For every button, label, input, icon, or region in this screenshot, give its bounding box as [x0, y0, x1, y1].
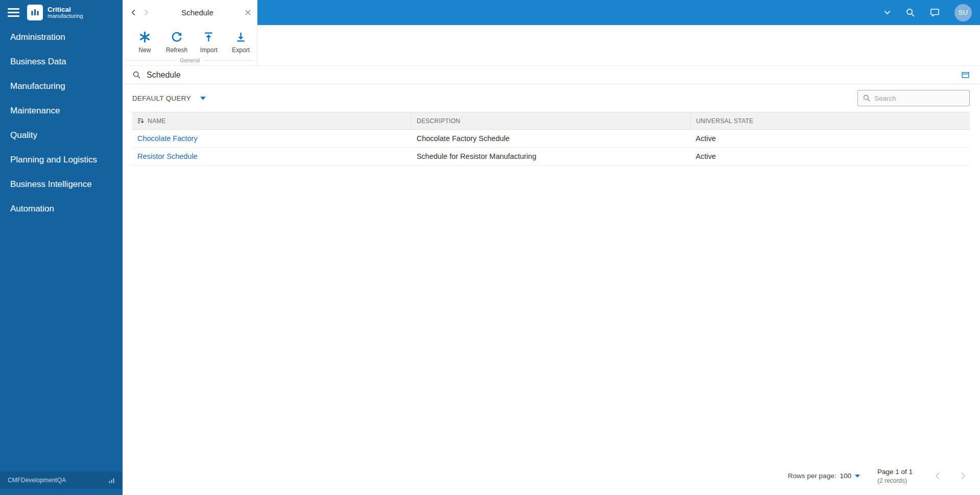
- ribbon-button-label: Export: [232, 46, 250, 54]
- chevron-down-icon: [855, 475, 860, 478]
- column-header-universal-state[interactable]: UNIVERSAL STATE: [690, 112, 970, 129]
- sidebar-item-planning-and-logistics[interactable]: Planning and Logistics: [0, 148, 123, 172]
- chevron-down-icon: [200, 97, 206, 100]
- search-input[interactable]: [874, 95, 965, 102]
- connection-status-icon[interactable]: [108, 477, 115, 484]
- sidebar-item-label: Manufacturing: [10, 81, 65, 91]
- cell-name-link[interactable]: Resistor Schedule: [132, 152, 412, 160]
- logo-text: Critical manufacturing: [47, 6, 83, 19]
- sidebar-header: Critical manufacturing: [0, 0, 123, 25]
- chevron-down-icon[interactable]: [883, 9, 891, 16]
- close-tab-icon[interactable]: [245, 9, 251, 16]
- app-root: Critical manufacturing Administration Bu…: [0, 0, 980, 495]
- environment-bar: CMFDevelopmentQA: [0, 472, 123, 489]
- topbar-actions: SU: [883, 0, 980, 25]
- schedule-table: NAME DESCRIPTION UNIVERSAL STATE Chocola…: [132, 112, 970, 166]
- sidebar-item-label: Business Intelligence: [10, 179, 92, 190]
- forward-button[interactable]: [142, 9, 150, 16]
- sidebar-item-label: Planning and Logistics: [10, 155, 97, 165]
- column-header-label: UNIVERSAL STATE: [696, 117, 753, 125]
- hamburger-menu-icon[interactable]: [8, 8, 19, 17]
- sidebar-nav: Administration Business Data Manufacturi…: [0, 25, 123, 221]
- messages-icon[interactable]: [929, 7, 940, 18]
- popup-window-icon[interactable]: [961, 70, 970, 79]
- cell-universal-state: Active: [690, 134, 970, 143]
- import-up-icon: [203, 30, 214, 44]
- table-header-row: NAME DESCRIPTION UNIVERSAL STATE: [132, 112, 970, 130]
- sidebar-item-maintenance[interactable]: Maintenance: [0, 99, 123, 123]
- sidebar-item-administration[interactable]: Administration: [0, 25, 123, 50]
- query-row: DEFAULT QUERY: [123, 84, 980, 112]
- refresh-button[interactable]: Refresh: [161, 28, 193, 57]
- back-button[interactable]: [130, 9, 137, 16]
- new-button[interactable]: New: [129, 28, 161, 57]
- query-selector[interactable]: DEFAULT QUERY: [132, 95, 206, 102]
- avatar[interactable]: SU: [954, 4, 972, 21]
- ribbon-group-general: New Refresh Import: [123, 25, 257, 65]
- cell-description: Schedule for Resistor Manufacturing: [412, 152, 691, 160]
- rows-per-page-value: 100: [840, 472, 851, 480]
- table-search-box: [857, 90, 970, 106]
- sidebar-item-business-intelligence[interactable]: Business Intelligence: [0, 172, 123, 197]
- ribbon-toolbar: New Refresh Import: [123, 25, 980, 66]
- search-icon: [863, 94, 871, 102]
- refresh-icon: [171, 30, 183, 44]
- column-header-description[interactable]: DESCRIPTION: [411, 112, 690, 129]
- sort-icon: [137, 117, 144, 124]
- page-title-row: Schedule: [123, 66, 980, 84]
- logo-title: Critical: [47, 6, 83, 13]
- pager: [930, 471, 968, 481]
- ribbon-button-label: Refresh: [166, 46, 187, 54]
- cell-name-link[interactable]: Chocolate Factory: [132, 134, 412, 143]
- rows-per-page-label: Rows per page:: [788, 472, 836, 480]
- cell-universal-state: Active: [690, 152, 970, 160]
- column-header-name[interactable]: NAME: [132, 112, 411, 129]
- page-info: Page 1 of 1 (2 records): [877, 467, 913, 485]
- rows-per-page-selector[interactable]: Rows per page: 100: [788, 472, 860, 480]
- sidebar-item-automation[interactable]: Automation: [0, 197, 123, 221]
- sidebar-item-manufacturing[interactable]: Manufacturing: [0, 74, 123, 99]
- ribbon-button-label: New: [138, 46, 151, 54]
- asterisk-icon: [138, 30, 151, 44]
- ribbon-group-label: General: [123, 57, 257, 65]
- tab-title: Schedule: [155, 8, 240, 17]
- critical-manufacturing-logo-icon: [27, 5, 43, 20]
- page-title: Schedule: [147, 70, 181, 80]
- sidebar-item-business-data[interactable]: Business Data: [0, 50, 123, 74]
- environment-name: CMFDevelopmentQA: [8, 477, 66, 484]
- ribbon-buttons: New Refresh Import: [123, 25, 257, 57]
- export-down-icon: [235, 30, 247, 44]
- app-logo[interactable]: Critical manufacturing: [27, 5, 83, 20]
- next-page-button[interactable]: [958, 471, 968, 481]
- table-row[interactable]: Resistor Schedule Schedule for Resistor …: [132, 148, 970, 166]
- sidebar-item-label: Administration: [10, 32, 65, 42]
- export-button[interactable]: Export: [225, 28, 257, 57]
- table-row[interactable]: Chocolate Factory Chocolate Factory Sche…: [132, 130, 970, 148]
- previous-page-button[interactable]: [933, 471, 943, 481]
- entity-search-icon: [132, 70, 141, 79]
- sidebar-item-label: Maintenance: [10, 106, 60, 116]
- import-button[interactable]: Import: [193, 28, 225, 57]
- records-count: (2 records): [877, 477, 913, 485]
- page-info-label: Page 1 of 1: [877, 467, 913, 477]
- ribbon-button-label: Import: [200, 46, 218, 54]
- column-header-label: NAME: [148, 117, 166, 125]
- column-header-label: DESCRIPTION: [417, 117, 460, 125]
- search-icon[interactable]: [905, 8, 915, 17]
- sidebar-item-label: Automation: [10, 204, 54, 214]
- pagination-footer: Rows per page: 100 Page 1 of 1 (2 record…: [123, 467, 980, 495]
- tab-strip: Schedule: [123, 0, 257, 25]
- ribbon-group-label-text: General: [180, 57, 200, 63]
- main-area: Schedule SU: [123, 0, 980, 495]
- sidebar-item-label: Quality: [10, 130, 37, 140]
- cell-description: Chocolate Factory Schedule: [412, 134, 691, 143]
- sidebar-item-label: Business Data: [10, 57, 66, 67]
- topbar: Schedule SU: [123, 0, 980, 25]
- logo-subtitle: manufacturing: [47, 13, 83, 19]
- sidebar-item-quality[interactable]: Quality: [0, 123, 123, 148]
- sidebar: Critical manufacturing Administration Bu…: [0, 0, 123, 495]
- query-label: DEFAULT QUERY: [132, 95, 191, 102]
